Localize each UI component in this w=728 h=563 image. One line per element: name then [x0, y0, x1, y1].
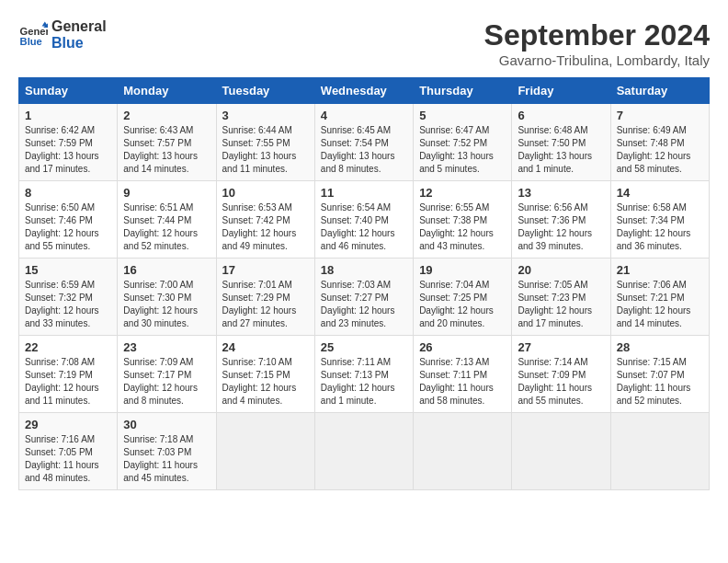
day-info: Sunrise: 7:11 AM Sunset: 7:13 PM Dayligh…	[321, 356, 407, 408]
day-info: Sunrise: 6:43 AM Sunset: 7:57 PM Dayligh…	[123, 124, 210, 176]
day-number: 3	[222, 109, 309, 122]
day-number: 30	[123, 418, 210, 431]
calendar-cell: 11 Sunrise: 6:54 AM Sunset: 7:40 PM Dayl…	[314, 181, 413, 259]
day-info: Sunrise: 6:47 AM Sunset: 7:52 PM Dayligh…	[419, 124, 506, 176]
day-info: Sunrise: 7:10 AM Sunset: 7:15 PM Dayligh…	[222, 356, 309, 408]
day-info: Sunrise: 6:49 AM Sunset: 7:48 PM Dayligh…	[617, 124, 703, 176]
weekday-header-wednesday: Wednesday	[314, 78, 413, 104]
week-row-3: 15 Sunrise: 6:59 AM Sunset: 7:32 PM Dayl…	[19, 259, 710, 336]
day-number: 8	[25, 186, 111, 200]
week-row-5: 29 Sunrise: 7:16 AM Sunset: 7:05 PM Dayl…	[19, 413, 710, 490]
day-number: 25	[321, 340, 407, 354]
weekday-header-saturday: Saturday	[610, 78, 709, 104]
logo: General Blue General Blue	[18, 18, 107, 51]
day-info: Sunrise: 7:14 AM Sunset: 7:09 PM Dayligh…	[518, 356, 604, 408]
calendar-cell	[512, 413, 610, 490]
calendar-table: SundayMondayTuesdayWednesdayThursdayFrid…	[18, 77, 710, 490]
day-info: Sunrise: 7:03 AM Sunset: 7:27 PM Dayligh…	[321, 279, 407, 330]
weekday-header-tuesday: Tuesday	[216, 78, 314, 104]
calendar-cell: 21 Sunrise: 7:06 AM Sunset: 7:21 PM Dayl…	[610, 259, 709, 336]
calendar-cell: 27 Sunrise: 7:14 AM Sunset: 7:09 PM Dayl…	[512, 336, 610, 413]
day-number: 27	[518, 340, 604, 354]
logo-blue: Blue	[51, 35, 107, 52]
week-row-1: 1 Sunrise: 6:42 AM Sunset: 7:59 PM Dayli…	[19, 104, 710, 181]
day-number: 19	[419, 263, 506, 277]
calendar-cell	[610, 413, 709, 490]
day-info: Sunrise: 7:18 AM Sunset: 7:03 PM Dayligh…	[123, 433, 210, 485]
day-info: Sunrise: 7:13 AM Sunset: 7:11 PM Dayligh…	[419, 356, 506, 408]
page-header: General Blue General Blue September 2024…	[18, 18, 710, 68]
day-number: 9	[123, 186, 210, 200]
calendar-cell: 6 Sunrise: 6:48 AM Sunset: 7:50 PM Dayli…	[512, 104, 610, 181]
day-info: Sunrise: 7:00 AM Sunset: 7:30 PM Dayligh…	[123, 279, 210, 330]
calendar-cell: 10 Sunrise: 6:53 AM Sunset: 7:42 PM Dayl…	[216, 181, 314, 259]
day-number: 20	[518, 263, 604, 277]
calendar-cell: 5 Sunrise: 6:47 AM Sunset: 7:52 PM Dayli…	[414, 104, 512, 181]
day-number: 29	[25, 418, 111, 431]
weekday-header-thursday: Thursday	[414, 78, 512, 104]
day-info: Sunrise: 7:06 AM Sunset: 7:21 PM Dayligh…	[617, 279, 703, 330]
day-number: 10	[222, 186, 309, 200]
calendar-cell: 28 Sunrise: 7:15 AM Sunset: 7:07 PM Dayl…	[610, 336, 709, 413]
day-info: Sunrise: 6:54 AM Sunset: 7:40 PM Dayligh…	[321, 201, 407, 253]
calendar-cell: 25 Sunrise: 7:11 AM Sunset: 7:13 PM Dayl…	[314, 336, 413, 413]
svg-text:Blue: Blue	[20, 36, 42, 47]
day-number: 1	[25, 109, 111, 122]
calendar-cell: 23 Sunrise: 7:09 AM Sunset: 7:17 PM Dayl…	[118, 336, 216, 413]
day-number: 21	[617, 263, 703, 277]
day-number: 26	[419, 340, 506, 354]
day-info: Sunrise: 6:56 AM Sunset: 7:36 PM Dayligh…	[518, 201, 604, 253]
day-info: Sunrise: 6:53 AM Sunset: 7:42 PM Dayligh…	[222, 201, 309, 253]
calendar-cell: 18 Sunrise: 7:03 AM Sunset: 7:27 PM Dayl…	[314, 259, 413, 336]
location: Gavarno-Tribulina, Lombardy, Italy	[484, 52, 710, 68]
week-row-2: 8 Sunrise: 6:50 AM Sunset: 7:46 PM Dayli…	[19, 181, 710, 259]
day-number: 7	[617, 109, 703, 122]
calendar-cell: 4 Sunrise: 6:45 AM Sunset: 7:54 PM Dayli…	[314, 104, 413, 181]
weekday-header-row: SundayMondayTuesdayWednesdayThursdayFrid…	[19, 78, 710, 104]
calendar-cell: 24 Sunrise: 7:10 AM Sunset: 7:15 PM Dayl…	[216, 336, 314, 413]
calendar-cell: 13 Sunrise: 6:56 AM Sunset: 7:36 PM Dayl…	[512, 181, 610, 259]
logo-general: General	[51, 18, 107, 35]
calendar-cell: 12 Sunrise: 6:55 AM Sunset: 7:38 PM Dayl…	[414, 181, 512, 259]
day-info: Sunrise: 6:59 AM Sunset: 7:32 PM Dayligh…	[25, 279, 111, 330]
day-number: 28	[617, 340, 703, 354]
day-info: Sunrise: 6:58 AM Sunset: 7:34 PM Dayligh…	[617, 201, 703, 253]
day-number: 23	[123, 340, 210, 354]
day-number: 2	[123, 109, 210, 122]
calendar-cell	[314, 413, 413, 490]
calendar-cell: 19 Sunrise: 7:04 AM Sunset: 7:25 PM Dayl…	[414, 259, 512, 336]
day-number: 11	[321, 186, 407, 200]
calendar-cell: 22 Sunrise: 7:08 AM Sunset: 7:19 PM Dayl…	[19, 336, 118, 413]
calendar-cell: 9 Sunrise: 6:51 AM Sunset: 7:44 PM Dayli…	[118, 181, 216, 259]
day-info: Sunrise: 7:05 AM Sunset: 7:23 PM Dayligh…	[518, 279, 604, 330]
calendar-cell: 30 Sunrise: 7:18 AM Sunset: 7:03 PM Dayl…	[118, 413, 216, 490]
logo-icon: General Blue	[18, 20, 48, 50]
calendar-cell	[216, 413, 314, 490]
calendar-cell	[414, 413, 512, 490]
weekday-header-monday: Monday	[118, 78, 216, 104]
calendar-cell: 8 Sunrise: 6:50 AM Sunset: 7:46 PM Dayli…	[19, 181, 118, 259]
weekday-header-sunday: Sunday	[19, 78, 118, 104]
day-number: 24	[222, 340, 309, 354]
month-title: September 2024	[484, 18, 710, 52]
day-info: Sunrise: 6:42 AM Sunset: 7:59 PM Dayligh…	[25, 124, 111, 176]
calendar-cell: 2 Sunrise: 6:43 AM Sunset: 7:57 PM Dayli…	[118, 104, 216, 181]
calendar-cell: 26 Sunrise: 7:13 AM Sunset: 7:11 PM Dayl…	[414, 336, 512, 413]
calendar-cell: 3 Sunrise: 6:44 AM Sunset: 7:55 PM Dayli…	[216, 104, 314, 181]
day-info: Sunrise: 6:51 AM Sunset: 7:44 PM Dayligh…	[123, 201, 210, 253]
calendar-cell: 14 Sunrise: 6:58 AM Sunset: 7:34 PM Dayl…	[610, 181, 709, 259]
weekday-header-friday: Friday	[512, 78, 610, 104]
day-number: 12	[419, 186, 506, 200]
day-number: 13	[518, 186, 604, 200]
day-info: Sunrise: 7:04 AM Sunset: 7:25 PM Dayligh…	[419, 279, 506, 330]
calendar-cell: 16 Sunrise: 7:00 AM Sunset: 7:30 PM Dayl…	[118, 259, 216, 336]
day-number: 14	[617, 186, 703, 200]
calendar-cell: 20 Sunrise: 7:05 AM Sunset: 7:23 PM Dayl…	[512, 259, 610, 336]
title-block: September 2024 Gavarno-Tribulina, Lombar…	[484, 18, 710, 68]
day-number: 16	[123, 263, 210, 277]
day-info: Sunrise: 7:08 AM Sunset: 7:19 PM Dayligh…	[25, 356, 111, 408]
day-info: Sunrise: 6:55 AM Sunset: 7:38 PM Dayligh…	[419, 201, 506, 253]
day-number: 18	[321, 263, 407, 277]
day-info: Sunrise: 7:15 AM Sunset: 7:07 PM Dayligh…	[617, 356, 703, 408]
day-number: 15	[25, 263, 111, 277]
